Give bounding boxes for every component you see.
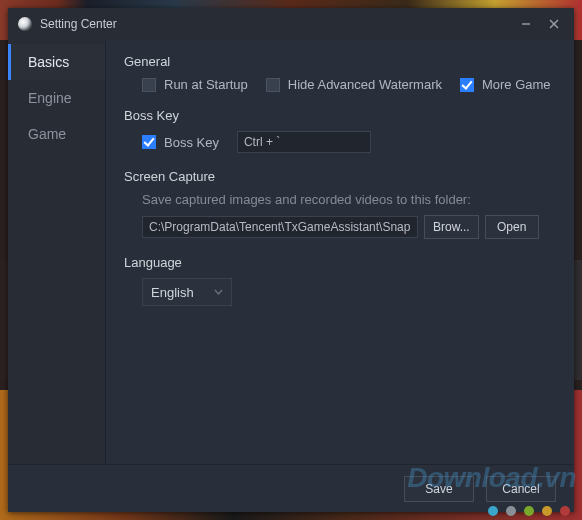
browse-button[interactable]: Brow... xyxy=(424,215,479,239)
checkbox-more-game[interactable]: More Game xyxy=(460,77,551,92)
titlebar: Setting Center xyxy=(8,8,574,40)
checkbox-bosskey[interactable]: Boss Key xyxy=(142,135,219,150)
checkbox-run-startup[interactable]: Run at Startup xyxy=(142,77,248,92)
section-heading-general: General xyxy=(124,54,556,69)
app-icon xyxy=(18,17,32,31)
checkbox-box-icon xyxy=(142,78,156,92)
chevron-down-icon xyxy=(214,289,223,295)
checkbox-box-icon xyxy=(460,78,474,92)
window-controls xyxy=(512,11,568,37)
pager-dots xyxy=(488,506,570,516)
window-title: Setting Center xyxy=(40,17,512,31)
checkbox-box-icon xyxy=(266,78,280,92)
dot-icon xyxy=(524,506,534,516)
settings-window: Setting Center Basics Engine Game Genera… xyxy=(8,8,574,512)
close-icon xyxy=(549,19,559,29)
tab-engine[interactable]: Engine xyxy=(8,80,105,116)
settings-content: General Run at Startup Hide Advanced Wat… xyxy=(106,40,574,464)
minimize-icon xyxy=(521,19,531,29)
footer: Save Cancel xyxy=(8,464,574,512)
close-button[interactable] xyxy=(540,11,568,37)
dot-icon xyxy=(488,506,498,516)
section-heading-capture: Screen Capture xyxy=(124,169,556,184)
checkbox-label: Boss Key xyxy=(164,135,219,150)
checkbox-label: More Game xyxy=(482,77,551,92)
language-selected: English xyxy=(151,285,194,300)
checkbox-hide-watermark[interactable]: Hide Advanced Watermark xyxy=(266,77,442,92)
dot-icon xyxy=(542,506,552,516)
tab-game[interactable]: Game xyxy=(8,116,105,152)
dot-icon xyxy=(560,506,570,516)
dot-icon xyxy=(506,506,516,516)
section-heading-bosskey: Boss Key xyxy=(124,108,556,123)
tab-basics[interactable]: Basics xyxy=(8,44,105,80)
checkbox-label: Hide Advanced Watermark xyxy=(288,77,442,92)
checkbox-label: Run at Startup xyxy=(164,77,248,92)
capture-desc: Save captured images and recorded videos… xyxy=(142,192,556,207)
capture-path-input[interactable] xyxy=(142,216,418,238)
cancel-button[interactable]: Cancel xyxy=(486,476,556,502)
save-button[interactable]: Save xyxy=(404,476,474,502)
minimize-button[interactable] xyxy=(512,11,540,37)
open-button[interactable]: Open xyxy=(485,215,539,239)
section-heading-language: Language xyxy=(124,255,556,270)
bosskey-input[interactable] xyxy=(237,131,371,153)
checkbox-box-icon xyxy=(142,135,156,149)
language-select[interactable]: English xyxy=(142,278,232,306)
settings-sidebar: Basics Engine Game xyxy=(8,40,106,464)
